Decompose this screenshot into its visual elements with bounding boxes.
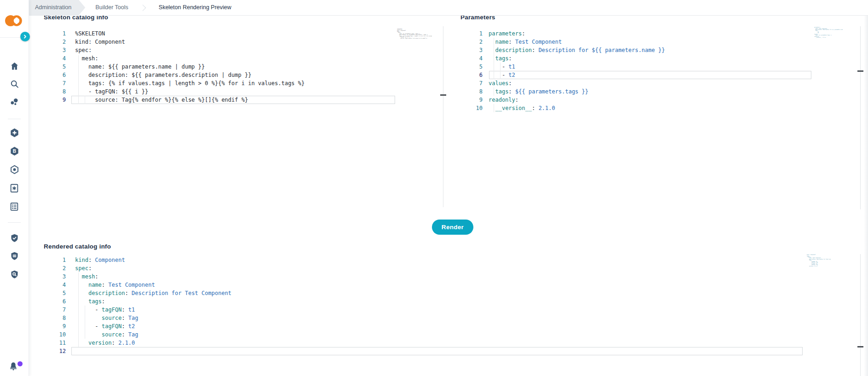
code-line[interactable]: 10 __version__: 2.1.0 [460, 104, 555, 112]
line-number: 11 [44, 339, 66, 347]
indent-guide [494, 87, 494, 96]
line-number: 5 [44, 289, 66, 297]
current-line-highlight [71, 96, 395, 104]
sidebar-item-policies[interactable] [9, 183, 20, 194]
overview-ruler[interactable] [443, 26, 443, 207]
line-number: 4 [460, 54, 483, 63]
render-button[interactable]: Render [432, 220, 473, 235]
sidebar-item-data-products[interactable] [9, 250, 20, 261]
code-line[interactable]: 12 [44, 347, 75, 355]
line-number: 6 [44, 297, 66, 306]
minimap-rendered[interactable]: kind: Component spec: mesh: name: Test C… [807, 254, 831, 275]
line-number: 6 [460, 71, 483, 79]
code-line[interactable]: 2 name: Test Component [460, 38, 562, 46]
line-number: 8 [44, 87, 66, 96]
sidebar-item-audit[interactable] [9, 269, 20, 280]
indent-guide [494, 104, 494, 112]
line-number: 2 [44, 38, 66, 46]
current-line-highlight [489, 71, 811, 79]
breadcrumb-current-page: Skeleton Rendering Preview [159, 0, 232, 15]
overview-ruler-cursor-marker [857, 346, 863, 347]
sidebar-item-mesh[interactable] [9, 164, 20, 175]
breadcrumb-builder-tools[interactable]: Builder Tools [95, 0, 128, 15]
chevron-right-icon [23, 35, 27, 39]
indent-guide [494, 38, 494, 79]
code-line[interactable]: 4 tags: [460, 54, 512, 63]
sidebar-item-home[interactable] [9, 60, 20, 71]
line-number: 5 [460, 63, 483, 71]
code-line[interactable]: 3 description: Description for ${{ param… [460, 46, 665, 54]
code-line[interactable]: 3spec: [44, 46, 92, 54]
code-line[interactable]: 1kind: Component [44, 256, 125, 264]
indent-guide [78, 272, 79, 347]
code-line[interactable]: 7values: [460, 79, 512, 87]
code-line[interactable]: 2spec: [44, 264, 92, 272]
code-line[interactable]: 9 - tagFQN: t2 [44, 322, 135, 330]
line-number: 8 [44, 314, 66, 322]
code-line[interactable]: 8 - tagFQN: ${{ i }} [44, 87, 148, 96]
sidebar: B [0, 0, 29, 376]
shield-search-icon [10, 270, 19, 279]
bell-icon [9, 361, 18, 371]
search-icon [10, 79, 19, 89]
code-line[interactable]: 4 mesh: [44, 54, 99, 63]
line-number: 3 [460, 46, 483, 54]
code-line[interactable]: 6 tags: [44, 297, 105, 306]
breadcrumb-administration[interactable]: Administration [29, 0, 85, 15]
line-number: 7 [460, 79, 483, 87]
shield-check-icon [10, 233, 19, 243]
line-number: 2 [44, 264, 66, 272]
line-number: 1 [460, 29, 483, 38]
sidebar-item-catalog[interactable] [9, 201, 20, 212]
code-line[interactable]: 6 description: ${{ parameters.descriptio… [44, 71, 251, 79]
code-line[interactable]: 1parameters: [460, 29, 525, 38]
sidebar-item-governance[interactable] [9, 232, 20, 243]
line-number: 7 [44, 79, 66, 87]
hexagon-b-icon: B [9, 146, 20, 156]
line-number: 7 [44, 306, 66, 314]
line-number: 3 [44, 272, 66, 281]
code-line[interactable]: 3 mesh: [44, 272, 99, 281]
code-line[interactable]: 10 source: Tag [44, 330, 138, 339]
panel-title-rendered: Rendered catalog info [44, 243, 111, 250]
line-number: 1 [44, 29, 66, 38]
current-line-highlight [71, 347, 803, 355]
line-number: 5 [44, 63, 66, 71]
code-line[interactable]: 7 tags: {% if values.tags | length > 0 %… [44, 79, 305, 87]
code-line[interactable]: 5 - t1 [460, 63, 515, 71]
code-line[interactable]: 1%SKELETON [44, 29, 105, 38]
indent-guide [85, 96, 85, 104]
sidebar-item-create[interactable] [9, 127, 20, 138]
code-line[interactable]: 5 name: ${{ parameters.name | dump }} [44, 63, 205, 71]
hexagon-plus-icon [9, 127, 20, 138]
code-line[interactable]: 8 source: Tag [44, 314, 138, 322]
indent-guide [500, 63, 501, 79]
sidebar-item-search[interactable] [9, 78, 20, 89]
sidebar-item-explore[interactable] [9, 97, 20, 108]
code-line[interactable]: 5 description: Description for Test Comp… [44, 289, 232, 297]
minimap-skeleton[interactable]: %SKELETON kind: Component spec: mesh: na… [397, 29, 432, 48]
line-number: 3 [44, 46, 66, 54]
cluster-dots-icon [9, 97, 19, 107]
line-number: 4 [44, 281, 66, 289]
app-logo-icon[interactable] [5, 14, 23, 27]
code-line[interactable]: 8 tags: ${{ parameters.tags }} [460, 87, 588, 96]
sidebar-expand-button[interactable] [20, 32, 30, 41]
rendered-code-editor[interactable]: 1kind: Component2spec:3 mesh:4 name: Tes… [44, 256, 868, 357]
minimap-parameters[interactable]: parameters: name: Test Component descrip… [814, 27, 843, 49]
sidebar-divider [8, 119, 21, 119]
overview-ruler[interactable] [860, 26, 861, 209]
code-line[interactable]: 7 - tagFQN: t1 [44, 306, 135, 314]
line-number: 10 [460, 104, 483, 112]
line-number: 10 [44, 330, 66, 339]
indent-guide [85, 306, 85, 339]
code-line[interactable]: 11 version: 2.1.0 [44, 339, 135, 347]
notifications-button[interactable] [9, 361, 23, 372]
sidebar-divider [8, 222, 21, 223]
page-scrollbar[interactable] [864, 0, 868, 376]
code-line[interactable]: 9readonly: [460, 96, 518, 104]
overview-ruler[interactable] [860, 254, 861, 376]
sidebar-item-builder[interactable]: B [9, 145, 20, 156]
code-line[interactable]: 4 name: Test Component [44, 281, 155, 289]
code-line[interactable]: 2kind: Component [44, 38, 125, 46]
